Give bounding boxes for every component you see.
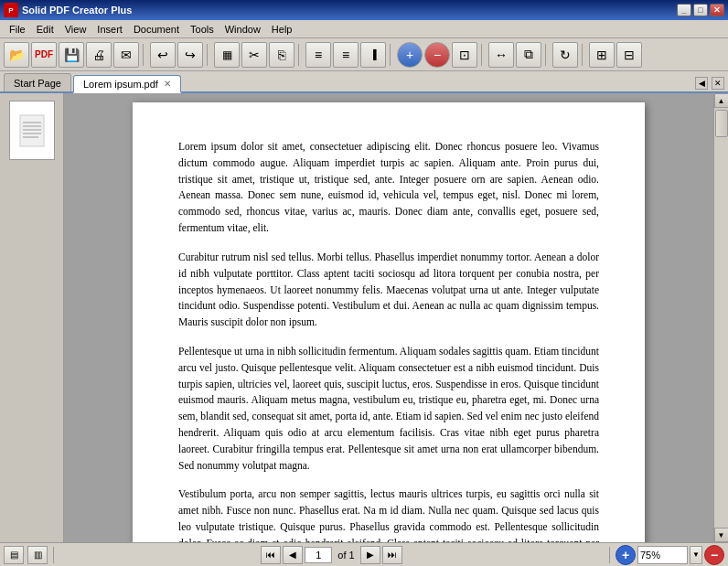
align-center-button[interactable]: ≡ xyxy=(333,42,359,68)
scroll-up-button[interactable]: ▲ xyxy=(714,93,729,108)
toolbar-sep-3 xyxy=(298,44,302,66)
new-pdf-button[interactable]: PDF xyxy=(31,42,57,68)
thumbnail-icon xyxy=(18,113,46,148)
zoom-controls: + 75% ▼ − xyxy=(616,545,724,565)
menu-view[interactable]: View xyxy=(59,22,92,37)
maximize-button[interactable]: □ xyxy=(693,4,708,16)
app-title: Solid PDF Creator Plus xyxy=(22,5,677,16)
toolbar: 📂 PDF 💾 🖨 ✉ ↩ ↪ ▦ ✂ ⎘ ≡ ≡ ▐ + − ⊡ ↔ ⧉ ↻ … xyxy=(0,38,728,71)
content-area: Lorem ipsum dolor sit amet, consectetuer… xyxy=(64,93,713,542)
menu-window[interactable]: Window xyxy=(219,22,266,37)
zoom-dropdown-button[interactable]: ▼ xyxy=(690,546,702,564)
pdf-page: Lorem ipsum dolor sit amet, consectetuer… xyxy=(133,102,645,542)
tab-start-page[interactable]: Start Page xyxy=(4,73,71,91)
page-of-label: of 1 xyxy=(334,550,358,561)
fit-width-button[interactable]: ↔ xyxy=(488,42,514,68)
toolbar-sep-1 xyxy=(143,44,146,66)
rotate-button[interactable]: ↻ xyxy=(552,42,578,68)
menu-help[interactable]: Help xyxy=(266,22,298,37)
tab-scroll-left[interactable]: ◀ xyxy=(695,77,708,90)
page-thumbnail[interactable] xyxy=(9,101,55,160)
toolbar-sep-4 xyxy=(390,44,393,66)
thumbnail-panel xyxy=(0,93,64,542)
select-tool-button[interactable]: ▦ xyxy=(214,42,240,68)
tabs-right-controls: ◀ ✕ xyxy=(695,77,724,91)
pdf-paragraph-4: Vestibulum porta, arcu non semper sagitt… xyxy=(178,486,599,542)
menu-document[interactable]: Document xyxy=(128,22,185,37)
menu-tools[interactable]: Tools xyxy=(185,22,219,37)
pdf-paragraph-2: Curabitur rutrum nisl sed tellus. Morbi … xyxy=(178,250,599,331)
scroll-thumb[interactable] xyxy=(715,110,728,137)
arrange-button[interactable]: ⊞ xyxy=(589,42,615,68)
toolbar-sep-6 xyxy=(545,44,549,66)
menu-insert[interactable]: Insert xyxy=(91,22,128,37)
undo-button[interactable]: ↩ xyxy=(150,42,176,68)
close-button[interactable]: ✕ xyxy=(710,4,724,16)
tab-lorem-ipsum-label: Lorem ipsum.pdf xyxy=(83,79,158,90)
email-button[interactable]: ✉ xyxy=(113,42,139,68)
scroll-down-button[interactable]: ▼ xyxy=(714,528,729,542)
main-area: Lorem ipsum dolor sit amet, consectetuer… xyxy=(0,93,728,542)
tab-close-all[interactable]: ✕ xyxy=(712,77,724,90)
next-page-button[interactable]: ▶ xyxy=(360,546,380,564)
menu-bar: File Edit View Insert Document Tools Win… xyxy=(0,20,728,38)
minimize-button[interactable]: _ xyxy=(677,4,691,16)
prev-page-button[interactable]: ◀ xyxy=(283,546,303,564)
align-left-button[interactable]: ≡ xyxy=(305,42,331,68)
toolbar-sep-7 xyxy=(582,44,585,66)
toolbar-sep-5 xyxy=(481,44,485,66)
grid-button[interactable]: ⊟ xyxy=(616,42,642,68)
single-page-view-button[interactable]: ▤ xyxy=(4,546,24,564)
zoom-level-input[interactable]: 75% xyxy=(637,546,688,564)
page-navigation: ⏮ ◀ 1 of 1 ▶ ⏭ xyxy=(59,546,604,564)
window-controls: _ □ ✕ xyxy=(677,4,724,16)
svg-rect-0 xyxy=(20,115,44,146)
print-button[interactable]: 🖨 xyxy=(86,42,112,68)
col-button[interactable]: ▐ xyxy=(360,42,386,68)
tab-bar: Start Page Lorem ipsum.pdf ✕ ◀ ✕ xyxy=(0,71,728,93)
pdf-paragraph-3: Pellentesque ut urna in nibh sollicitudi… xyxy=(178,344,599,475)
menu-file[interactable]: File xyxy=(4,22,31,37)
copy-button[interactable]: ⎘ xyxy=(269,42,294,68)
fit-page-button[interactable]: ⊡ xyxy=(452,42,477,68)
zoom-out-button[interactable]: − xyxy=(424,42,450,68)
pdf-paragraph-1: Lorem ipsum dolor sit amet, consectetuer… xyxy=(178,139,599,237)
status-sep-2 xyxy=(609,547,610,563)
status-bar: ▤ ▥ ⏮ ◀ 1 of 1 ▶ ⏭ + 75% ▼ − xyxy=(0,542,728,566)
two-page-button[interactable]: ⧉ xyxy=(516,42,541,68)
menu-edit[interactable]: Edit xyxy=(31,22,59,37)
open-button[interactable]: 📂 xyxy=(4,42,29,68)
cut-button[interactable]: ✂ xyxy=(241,42,267,68)
save-button[interactable]: 💾 xyxy=(59,42,84,68)
zoom-in-button[interactable]: + xyxy=(397,42,423,68)
status-sep-1 xyxy=(53,547,54,563)
page-number-input[interactable]: 1 xyxy=(305,547,332,563)
vertical-scrollbar[interactable]: ▲ ▼ xyxy=(713,93,728,542)
zoom-in-status-button[interactable]: + xyxy=(616,545,636,565)
zoom-out-status-button[interactable]: − xyxy=(704,545,724,565)
title-bar: P Solid PDF Creator Plus _ □ ✕ xyxy=(0,0,728,20)
two-page-view-button[interactable]: ▥ xyxy=(27,546,48,564)
last-page-button[interactable]: ⏭ xyxy=(382,546,402,564)
first-page-button[interactable]: ⏮ xyxy=(261,546,281,564)
tab-start-page-label: Start Page xyxy=(14,78,61,89)
redo-button[interactable]: ↪ xyxy=(177,42,203,68)
tab-lorem-ipsum[interactable]: Lorem ipsum.pdf ✕ xyxy=(73,75,181,93)
tab-close-button[interactable]: ✕ xyxy=(164,79,171,89)
scroll-track[interactable] xyxy=(714,108,729,528)
app-icon: P xyxy=(4,3,18,17)
toolbar-sep-2 xyxy=(207,44,210,66)
